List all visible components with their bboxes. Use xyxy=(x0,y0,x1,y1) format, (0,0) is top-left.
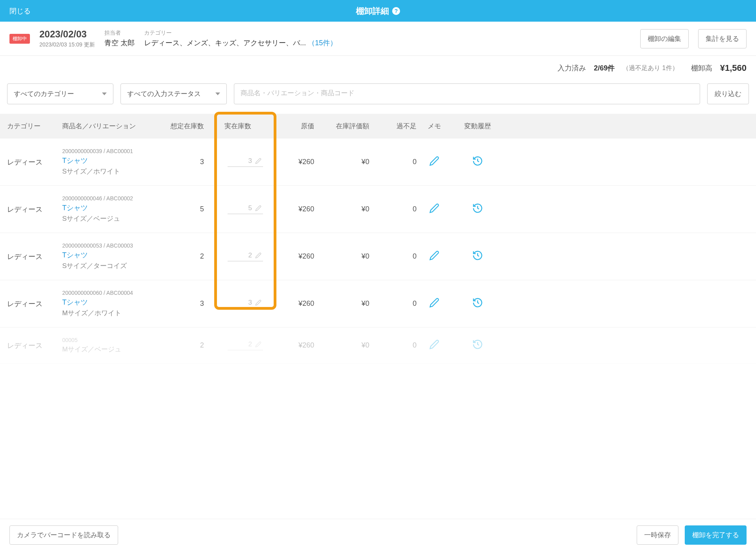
category-select[interactable]: すべてのカテゴリー xyxy=(7,83,113,104)
actual-value: 2 xyxy=(248,340,252,348)
total-value: ¥1,560 xyxy=(720,63,747,73)
cell-valuation: ¥0 xyxy=(314,300,369,308)
date-updated: 2023/02/03 15:09 更新 xyxy=(39,41,95,48)
entered-value: 2/69件 xyxy=(594,63,615,73)
history-icon[interactable] xyxy=(472,203,483,214)
cell-product: 00005 Mサイズ／ベージュ xyxy=(62,337,161,354)
th-valuation: 在庫評価額 xyxy=(314,122,369,131)
cell-actual[interactable]: 2 xyxy=(204,340,263,350)
search-input[interactable] xyxy=(241,89,693,97)
history-icon[interactable] xyxy=(472,155,483,166)
cell-cost: ¥260 xyxy=(263,158,314,166)
product-variation: Sサイズ／ホワイト xyxy=(62,167,161,176)
page-title-text: 棚卸詳細 xyxy=(356,6,389,17)
category-select-label: すべてのカテゴリー xyxy=(14,89,74,98)
date-block: 2023/02/03 2023/02/03 15:09 更新 xyxy=(39,29,95,48)
product-code: 2000000000060 / ABC00004 xyxy=(62,290,161,296)
cell-diff: 0 xyxy=(369,205,417,213)
category-count[interactable]: （15件） xyxy=(308,39,337,47)
cell-diff: 0 xyxy=(369,252,417,261)
cell-cost: ¥260 xyxy=(263,205,314,213)
product-variation: Sサイズ／ベージュ xyxy=(62,214,161,223)
th-cost: 原価 xyxy=(263,122,314,131)
info-section: 棚卸中 2023/02/03 2023/02/03 15:09 更新 担当者 青… xyxy=(0,22,756,56)
filter-button[interactable]: 絞り込む xyxy=(707,83,749,104)
cell-actual[interactable]: 5 xyxy=(204,204,263,214)
edit-memo-icon[interactable] xyxy=(429,298,439,308)
cell-history xyxy=(452,297,503,310)
history-icon[interactable] xyxy=(472,339,483,350)
cell-memo xyxy=(417,250,452,263)
product-name[interactable]: Tシャツ xyxy=(62,156,161,165)
category-label: カテゴリー xyxy=(144,30,631,37)
cell-valuation: ¥0 xyxy=(314,252,369,261)
product-name[interactable]: Tシャツ xyxy=(62,203,161,213)
category-text: レディース、メンズ、キッズ、アクセサリー、バ... xyxy=(144,39,306,47)
cell-history xyxy=(452,339,503,352)
cell-diff: 0 xyxy=(369,341,417,349)
th-actual: 実在庫数 xyxy=(204,122,263,131)
cell-expected: 3 xyxy=(161,300,204,308)
cell-history xyxy=(452,250,503,263)
page-title: 棚卸詳細 ? xyxy=(356,6,400,17)
th-category: カテゴリー xyxy=(7,122,62,131)
cell-memo xyxy=(417,156,452,168)
edit-memo-icon[interactable] xyxy=(429,339,439,349)
edit-memo-icon[interactable] xyxy=(429,156,439,166)
total-label: 棚卸高 xyxy=(691,63,712,73)
category-value-row: レディース、メンズ、キッズ、アクセサリー、バ... （15件） xyxy=(144,38,631,48)
table-row: レディース 2000000000039 / ABC00001 Tシャツ Sサイズ… xyxy=(0,139,756,186)
th-diff: 過不足 xyxy=(369,122,417,131)
cell-cost: ¥260 xyxy=(263,252,314,261)
search-input-wrapper xyxy=(234,83,700,104)
product-code: 00005 xyxy=(62,337,161,343)
edit-inventory-button[interactable]: 棚卸の編集 xyxy=(640,29,689,48)
cell-category: レディース xyxy=(7,205,62,214)
cell-history xyxy=(452,203,503,216)
close-button[interactable]: 閉じる xyxy=(9,6,31,16)
actual-value: 3 xyxy=(248,299,252,307)
product-code: 2000000000039 / ABC00001 xyxy=(62,148,161,154)
cell-history xyxy=(452,155,503,168)
cell-memo xyxy=(417,203,452,215)
edit-memo-icon[interactable] xyxy=(429,250,439,261)
cell-product: 2000000000060 / ABC00004 Tシャツ Mサイズ／ホワイト xyxy=(62,290,161,318)
table-row: レディース 2000000000046 / ABC00002 Tシャツ Sサイズ… xyxy=(0,186,756,233)
category-block: カテゴリー レディース、メンズ、キッズ、アクセサリー、バ... （15件） xyxy=(144,30,631,48)
cell-category: レディース xyxy=(7,299,62,309)
cell-category: レディース xyxy=(7,341,62,350)
edit-memo-icon[interactable] xyxy=(429,203,439,213)
table-row: レディース 2000000000053 / ABC00003 Tシャツ Sサイズ… xyxy=(0,233,756,280)
table: カテゴリー 商品名／バリエーション 想定在庫数 実在庫数 原価 在庫評価額 過不… xyxy=(0,114,756,364)
pencil-icon xyxy=(255,158,261,164)
status-select[interactable]: すべての入力ステータス xyxy=(120,83,227,104)
product-name[interactable]: Tシャツ xyxy=(62,298,161,307)
help-icon[interactable]: ? xyxy=(392,7,400,15)
status-select-label: すべての入力ステータス xyxy=(127,89,201,98)
th-history: 変動履歴 xyxy=(452,122,503,131)
product-variation: Mサイズ／ベージュ xyxy=(62,345,161,354)
cell-diff: 0 xyxy=(369,158,417,166)
cell-expected: 2 xyxy=(161,341,204,349)
view-summary-button[interactable]: 集計を見る xyxy=(698,29,747,48)
actual-value: 2 xyxy=(248,251,252,259)
pencil-icon xyxy=(255,341,261,348)
pencil-icon xyxy=(255,205,261,211)
th-memo: メモ xyxy=(417,122,452,131)
cell-actual[interactable]: 3 xyxy=(204,157,263,167)
cell-actual[interactable]: 2 xyxy=(204,251,263,261)
history-icon[interactable] xyxy=(472,297,483,308)
diff-note: （過不足あり 1件） xyxy=(623,64,678,72)
th-product: 商品名／バリエーション xyxy=(62,122,161,131)
product-name[interactable]: Tシャツ xyxy=(62,250,161,260)
pencil-icon xyxy=(255,252,261,259)
filter-row: すべてのカテゴリー すべての入力ステータス 絞り込む xyxy=(0,80,756,114)
cell-actual[interactable]: 3 xyxy=(204,299,263,309)
product-variation: Sサイズ／ターコイズ xyxy=(62,261,161,270)
cell-expected: 5 xyxy=(161,205,204,213)
cell-expected: 3 xyxy=(161,158,204,166)
history-icon[interactable] xyxy=(472,250,483,261)
cell-memo xyxy=(417,339,452,351)
th-expected: 想定在庫数 xyxy=(161,122,204,131)
cell-cost: ¥260 xyxy=(263,300,314,308)
